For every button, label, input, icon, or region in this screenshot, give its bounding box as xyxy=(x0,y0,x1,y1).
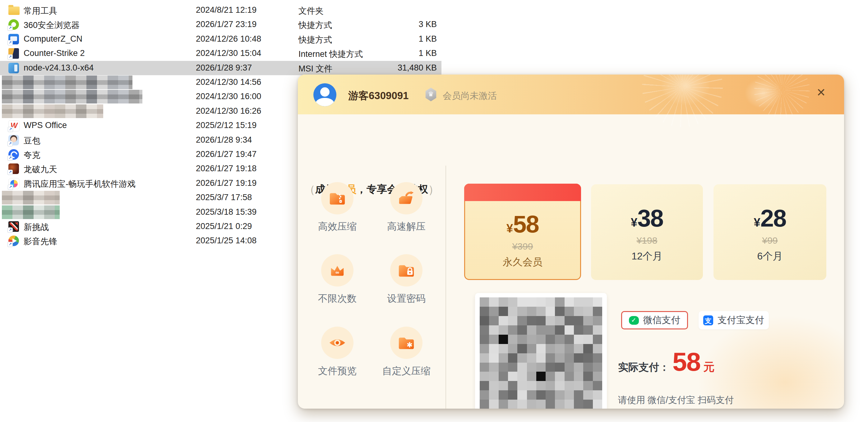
qr-mosaic-cell xyxy=(565,363,574,372)
qr-mosaic-cell xyxy=(593,400,602,409)
file-name: 影音先锋 xyxy=(24,236,57,247)
qr-mosaic-cell xyxy=(593,381,602,390)
qr-mosaic-cell xyxy=(499,307,508,316)
qr-mosaic-cell xyxy=(583,400,593,409)
yyb-file-icon xyxy=(8,178,20,190)
qr-mosaic-cell xyxy=(574,400,583,409)
qr-mosaic-cell xyxy=(489,307,498,316)
qr-mosaic-cell xyxy=(593,335,602,344)
qr-mosaic-cell xyxy=(480,353,489,363)
qr-mosaic-cell xyxy=(565,316,574,325)
blurred-file-name xyxy=(2,205,60,219)
qr-mosaic-cell xyxy=(546,297,555,307)
blurred-file-name xyxy=(2,191,60,204)
qr-mosaic-cell xyxy=(527,297,536,307)
qr-mosaic-cell xyxy=(508,363,517,372)
qr-mosaic-cell xyxy=(499,381,508,390)
qr-mosaic-cell xyxy=(480,344,489,353)
qr-mosaic-cell xyxy=(565,372,574,381)
file-name: 豆包 xyxy=(24,135,40,147)
qr-mosaic-cell xyxy=(517,335,527,344)
file-date-modified: 2025/1/25 14:08 xyxy=(196,236,256,246)
qr-mosaic-cell xyxy=(508,297,517,307)
qr-mosaic-cell xyxy=(536,297,546,307)
qr-mosaic-cell xyxy=(574,381,583,390)
member-status: 会员尚未激活 xyxy=(443,90,497,102)
file-row[interactable]: node-v24.13.0-x642026/1/28 9:37MSI 文件31,… xyxy=(0,61,441,75)
qr-mosaic-cell xyxy=(593,307,602,316)
file-type-icon xyxy=(8,221,19,232)
qr-mosaic-cell xyxy=(489,353,498,363)
file-row[interactable]: 360安全浏览器2026/1/27 23:19快捷方式3 KB xyxy=(0,18,441,32)
qr-mosaic-cell xyxy=(583,390,593,400)
zip-folder-icon xyxy=(328,189,346,207)
custom-folder-icon: ✱ xyxy=(397,334,415,352)
qr-mosaic-cell xyxy=(583,316,593,325)
qr-mosaic-cell xyxy=(583,297,593,307)
file-row[interactable]: ComputerZ_CN2024/12/26 10:48快捷方式1 KB xyxy=(0,32,441,46)
qr-mosaic-cell xyxy=(555,325,564,335)
qr-mosaic-cell xyxy=(480,335,489,344)
qr-mosaic-cell xyxy=(499,316,508,325)
qr-mosaic-cell xyxy=(555,335,564,344)
wps-file-icon xyxy=(8,120,20,132)
file-date-modified: 2025/3/18 15:39 xyxy=(196,207,256,217)
qr-mosaic-cell xyxy=(517,363,527,372)
original-price: ¥198 xyxy=(591,235,703,246)
file-type-icon xyxy=(8,235,19,246)
qr-code-card xyxy=(475,293,607,409)
close-icon[interactable]: ✕ xyxy=(814,85,829,100)
qr-mosaic-cell xyxy=(565,335,574,344)
file-date-modified: 2024/12/26 10:48 xyxy=(196,34,261,44)
qr-mosaic-cell xyxy=(527,307,536,316)
qr-mosaic-cell xyxy=(555,400,564,409)
plan-card-6month[interactable]: ¥28 ¥99 6个月 xyxy=(713,184,826,280)
qr-mosaic-cell xyxy=(546,353,555,363)
file-name: 腾讯应用宝-畅玩手机软件游戏 xyxy=(24,178,135,190)
qr-mosaic-cell xyxy=(489,325,498,335)
qr-mosaic-cell xyxy=(527,363,536,372)
cs2-file-icon xyxy=(8,48,20,60)
qr-mosaic-cell xyxy=(527,381,536,390)
qr-mosaic-cell xyxy=(574,344,583,353)
file-size: 1 KB xyxy=(367,34,437,44)
qr-mosaic-cell xyxy=(583,381,593,390)
file-date-modified: 2024/12/30 14:56 xyxy=(196,77,261,87)
qr-mosaic-cell xyxy=(508,381,517,390)
qr-mosaic-cell xyxy=(555,363,564,372)
file-date-modified: 2025/1/21 0:29 xyxy=(196,222,252,231)
blurred-file-name xyxy=(2,90,143,103)
qr-mosaic-cell xyxy=(480,325,489,335)
dialog-body: （成为会员，专享会员特权） 高效压缩 高速解压 xyxy=(298,115,844,409)
file-row[interactable]: 常用工具2024/8/21 12:19文件夹 xyxy=(0,3,441,18)
plan-card-permanent[interactable]: ¥58 ¥399 永久会员 xyxy=(464,184,581,280)
qr-mosaic-cell xyxy=(480,381,489,390)
feature-set-password: 设置密码 xyxy=(374,254,439,305)
actual-payment-unit: 元 xyxy=(703,360,714,375)
qr-mosaic-cell xyxy=(480,316,489,325)
qr-mosaic-cell xyxy=(527,335,536,344)
file-row[interactable]: Counter-Strike 22024/12/30 15:04Internet… xyxy=(0,46,441,61)
qr-code-blurred xyxy=(480,297,602,409)
qr-mosaic-cell xyxy=(489,381,498,390)
qr-mosaic-cell xyxy=(508,353,517,363)
alipay-pay-button[interactable]: 支付宝支付 xyxy=(699,311,769,329)
qr-mosaic-cell xyxy=(517,353,527,363)
qr-mosaic-cell xyxy=(508,344,517,353)
eye-preview-icon xyxy=(328,334,346,352)
qr-mosaic-cell xyxy=(527,316,536,325)
qr-mosaic-cell xyxy=(546,325,555,335)
blurred-file-name xyxy=(2,104,103,118)
yyxf-file-icon xyxy=(8,235,20,247)
qr-mosaic-cell xyxy=(565,390,574,400)
qr-mosaic-cell xyxy=(480,307,489,316)
wechat-pay-button[interactable]: 微信支付 xyxy=(621,311,688,329)
file-name: 龙破九天 xyxy=(24,164,57,175)
feature-file-preview: 文件预览 xyxy=(305,327,370,378)
qr-mosaic-cell xyxy=(508,400,517,409)
file-size: 31,480 KB xyxy=(367,63,437,73)
qr-mosaic-cell xyxy=(555,316,564,325)
qr-mosaic-cell xyxy=(546,316,555,325)
plan-card-12month[interactable]: ¥38 ¥198 12个月 xyxy=(591,184,703,280)
qr-mosaic-cell xyxy=(546,381,555,390)
